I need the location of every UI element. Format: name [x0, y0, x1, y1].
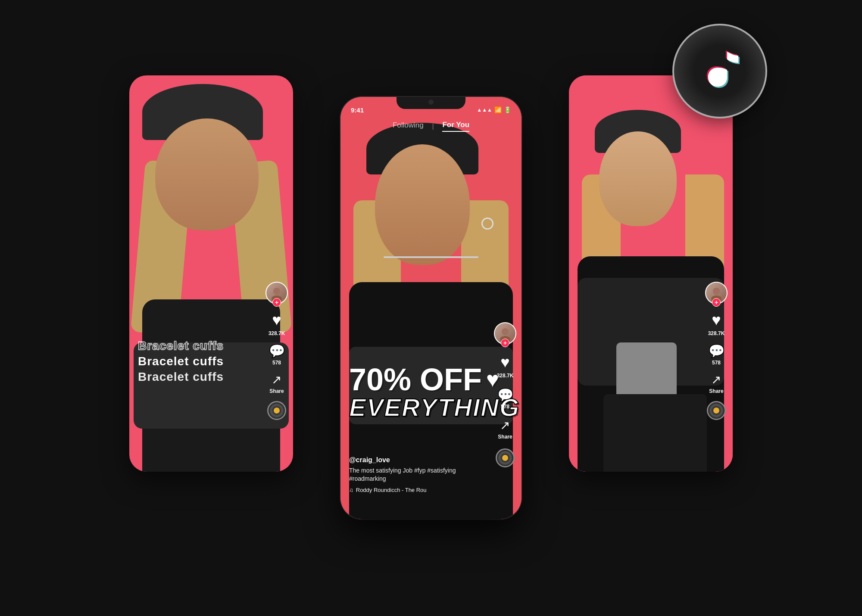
comment-count-center: 578 [501, 404, 509, 410]
signal-icon: ▲▲▲ [477, 107, 492, 113]
face-shape [155, 118, 259, 230]
tab-for-you[interactable]: For You [442, 121, 469, 132]
camera-dot [428, 100, 434, 105]
music-disc-right [707, 401, 726, 420]
heart-icon-center: ♥ [500, 353, 509, 371]
bracelet-text-solid2: Bracelet cuffs [138, 370, 224, 384]
plus-badge-center[interactable]: + [501, 339, 509, 347]
bottom-info: @craig_love The most satisfying Job #fyp… [349, 456, 487, 493]
tiktok-icon [692, 43, 748, 99]
phone-left: Bracelet cuffs Bracelet cuffs Bracelet c… [129, 75, 293, 472]
status-time: 9:41 [351, 106, 364, 114]
music-disc-left [267, 401, 286, 420]
avatar-left: + [265, 282, 288, 304]
comment-action-center[interactable]: 💬 578 [497, 387, 513, 410]
scene: Bracelet cuffs Bracelet cuffs Bracelet c… [129, 50, 733, 566]
like-action-left[interactable]: ♥ 328.7K [269, 311, 285, 336]
tiktok-logo-circle [672, 24, 767, 118]
share-icon-center: ↗ [500, 418, 510, 432]
avatar-right: + [705, 282, 728, 304]
music-disc-inner-center [502, 455, 508, 461]
plus-badge-left[interactable]: + [272, 298, 281, 307]
center-sidebar: + ♥ 328.7K 💬 578 ↗ Share [494, 322, 516, 467]
battery-icon: 🔋 [504, 106, 511, 113]
avatar-center: + [494, 322, 516, 345]
left-phone-sidebar: + ♥ 328.7K 💬 578 ↗ Share [265, 282, 288, 420]
comment-count-right: 578 [712, 360, 721, 366]
music-disc-center [496, 448, 515, 467]
wifi-icon: 📶 [494, 106, 502, 113]
phone-right: + ♥ 328.7K 💬 578 ↗ Share [569, 75, 733, 472]
plus-badge-right[interactable]: + [712, 298, 721, 307]
share-action-left[interactable]: ↗ Share [269, 373, 284, 394]
nav-divider: | [432, 123, 434, 130]
like-count-left: 328.7K [269, 330, 285, 336]
like-action-right[interactable]: ♥ 328.7K [708, 311, 725, 336]
right-body [578, 256, 724, 472]
comment-count-left: 578 [272, 360, 281, 366]
notch [397, 97, 465, 109]
bracelet-text-outline: Bracelet cuffs [138, 339, 224, 353]
status-icons: ▲▲▲ 📶 🔋 [477, 106, 511, 113]
heart-icon-left: ♥ [272, 311, 281, 329]
right-phone-sidebar: + ♥ 328.7K 💬 578 ↗ Share [705, 282, 728, 420]
caption: The most satisfying Job #fyp #satisfying… [349, 467, 487, 483]
share-action-right[interactable]: ↗ Share [709, 373, 723, 394]
svg-point-0 [273, 288, 280, 295]
svg-point-4 [502, 328, 509, 335]
music-text: Roddy Roundicch - The Rou [356, 487, 427, 493]
comment-action-right[interactable]: 💬 578 [709, 343, 725, 366]
heart-icon-right: ♥ [712, 311, 721, 329]
nav-tabs: Following | For You [340, 121, 522, 132]
share-action-center[interactable]: ↗ Share [498, 418, 512, 440]
music-disc-inner-right [713, 408, 719, 414]
comment-icon-center: 💬 [497, 387, 513, 402]
like-count-right: 328.7K [708, 330, 725, 336]
share-icon-left: ↗ [272, 373, 281, 387]
share-icon-right: ↗ [711, 373, 721, 387]
comment-action-left[interactable]: 💬 578 [269, 343, 285, 366]
earring [481, 218, 493, 230]
like-count-center: 328.7K [497, 373, 514, 379]
right-face [599, 131, 677, 226]
comment-icon-right: 💬 [709, 343, 725, 358]
music-note-icon: ♫ [349, 487, 353, 493]
share-label-center: Share [498, 434, 512, 440]
music-disc-inner-left [274, 408, 280, 414]
phone-center: 9:41 ▲▲▲ 📶 🔋 Following | For You [340, 97, 522, 519]
cw-face [375, 144, 470, 265]
comment-icon-left: 💬 [269, 343, 285, 358]
right-boots [603, 394, 707, 472]
tiktok-logo [672, 24, 767, 118]
necklace [384, 256, 478, 258]
overlay-text-group: Bracelet cuffs Bracelet cuffs Bracelet c… [138, 339, 224, 386]
like-action-center[interactable]: ♥ 328.7K [497, 353, 514, 379]
username[interactable]: @craig_love [349, 456, 487, 464]
music-row: ♫ Roddy Roundicch - The Rou [349, 487, 487, 493]
tab-following[interactable]: Following [393, 121, 424, 131]
share-label-left: Share [269, 388, 284, 394]
svg-point-2 [713, 288, 720, 295]
share-label-right: Share [709, 388, 723, 394]
bracelet-text-solid1: Bracelet cuffs [138, 355, 224, 368]
